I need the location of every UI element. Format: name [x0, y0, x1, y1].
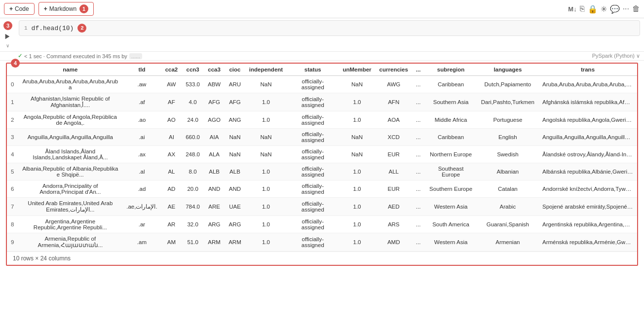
- cell-unmember: 1.0: [339, 111, 375, 129]
- cell-currencies: AOA: [376, 111, 412, 129]
- cell-code-text: df.head(10): [32, 25, 74, 32]
- cell-cioc: AND: [225, 180, 245, 198]
- cell-idx: 1: [7, 93, 18, 111]
- cell-ellipsis: ...: [412, 180, 425, 198]
- cell-independent: 1.0: [245, 93, 287, 111]
- cell-independent: NaN: [245, 129, 287, 146]
- cell-code-block: 1 df.head(10) 2: [19, 20, 640, 36]
- cell-cca3: AIA: [204, 129, 225, 146]
- run-button[interactable]: [2, 31, 13, 42]
- cell-name: Andorra,Principality of Andorra,Principa…: [18, 180, 122, 198]
- col-header-independent: independent: [245, 64, 287, 76]
- cell-tld: .ai: [122, 129, 161, 146]
- cell-cca3: ALA: [204, 146, 225, 163]
- cell-unmember: 1.0: [339, 216, 375, 233]
- cell-status: officially-assigned: [287, 198, 339, 216]
- cell-currencies: EUR: [376, 180, 412, 198]
- cell-controls: 3 ∨: [0, 18, 15, 51]
- cell-name: Albania,Republic of Albania,Republika e …: [18, 163, 122, 180]
- cell-tld: .ar: [122, 216, 161, 233]
- col-header-status: status: [287, 64, 339, 76]
- cell-cca3: AND: [204, 180, 225, 198]
- cell-languages: Catalan: [477, 180, 538, 198]
- cell-tld: .af: [122, 93, 161, 111]
- cell-trans: Aruba,Aruba,Aruba,Aruba,Aruba,Aruba,Arub…: [538, 76, 637, 93]
- table-row: 2 Angola,Republic of Angola,República de…: [7, 111, 637, 129]
- cell-ccn3: 20.0: [182, 180, 204, 198]
- toolbar-left: + Code + Markdown 1: [4, 2, 94, 16]
- cell-trans: Ålandské ostrovy,Ålandy,Åland-Inseln,Åla…: [538, 146, 637, 163]
- add-code-button[interactable]: + Code: [4, 3, 35, 15]
- check-icon: ✓: [18, 53, 22, 59]
- cell-idx: 0: [7, 76, 18, 93]
- cell-independent: 1.0: [245, 216, 287, 233]
- expand-button[interactable]: ∨: [6, 43, 9, 48]
- cell-languages: Armenian: [477, 233, 538, 252]
- col-header-ellipsis: ...: [412, 64, 425, 76]
- comment-icon[interactable]: 💬: [610, 4, 620, 14]
- cell-cca3: ALB: [204, 163, 225, 180]
- cell-cca2: AM: [161, 233, 182, 252]
- cell-ellipsis: ...: [412, 93, 425, 111]
- cell-subregion: Caribbean: [424, 129, 477, 146]
- cell-cca2: AD: [161, 180, 182, 198]
- output-section: 4 name tld cca2 ccn3 cca3 cioc independe…: [6, 63, 638, 266]
- cell-currencies: XCD: [376, 129, 412, 146]
- md-icon[interactable]: M↓: [568, 5, 576, 13]
- cell-unmember: 1.0: [339, 233, 375, 252]
- cell-idx: 9: [7, 233, 18, 252]
- cell-tld: .ao: [122, 111, 161, 129]
- more-icon[interactable]: ···: [623, 4, 629, 13]
- col-header-name: name: [18, 64, 122, 76]
- cell-independent: 1.0: [245, 180, 287, 198]
- add-markdown-button[interactable]: + Markdown 1: [38, 2, 94, 16]
- cell-languages: Swedish: [477, 146, 538, 163]
- col-header-cca3: cca3: [204, 64, 225, 76]
- lock-icon[interactable]: 🔒: [588, 4, 598, 14]
- table-row: 1 Afghanistan,Islamic Republic of Afghan…: [7, 93, 637, 111]
- cell-ellipsis: ...: [412, 129, 425, 146]
- cell-name: Åland Islands,Åland Islands,Landskapet Å…: [18, 146, 122, 163]
- cell-subregion: Caribbean: [424, 76, 477, 93]
- cell-cioc: NaN: [225, 129, 245, 146]
- col-header-subregion: subregion: [424, 64, 477, 76]
- cell-trans: Angolská republika,Angola,Gweriniaeth An…: [538, 111, 637, 129]
- asterisk-icon[interactable]: ✳: [601, 4, 607, 14]
- cell-trans: Argentinská republika,Argentina,Gwerin..…: [538, 216, 637, 233]
- executed-by: ......: [129, 53, 142, 59]
- cell-cca2: AI: [161, 129, 182, 146]
- cell-independent: NaN: [245, 146, 287, 163]
- table-header-row: name tld cca2 ccn3 cca3 cioc independent…: [7, 64, 637, 76]
- cell-subregion: Southeast Europe: [424, 163, 477, 180]
- cell-area: 3 ∨ 1 df.head(10) 2: [0, 18, 644, 52]
- cell-unmember: NaN: [339, 129, 375, 146]
- cell-ellipsis: ...: [412, 216, 425, 233]
- cell-currencies: ALL: [376, 163, 412, 180]
- col-header-currencies: currencies: [376, 64, 412, 76]
- cell-unmember: NaN: [339, 76, 375, 93]
- col-header-cca2: cca2: [161, 64, 182, 76]
- toolbar-right: M↓ ⎘ 🔒 ✳ 💬 ··· 🗑: [568, 4, 640, 14]
- cell-currencies: AMD: [376, 233, 412, 252]
- delete-icon[interactable]: 🗑: [632, 4, 640, 13]
- cell-cca2: AF: [161, 93, 182, 111]
- cell-languages: Dari,Pashto,Turkmen: [477, 93, 538, 111]
- col-header-languages: languages: [477, 64, 538, 76]
- row-count-label: 10 rows × 24 columns: [13, 255, 71, 262]
- cell-independent: 1.0: [245, 111, 287, 129]
- notebook-toolbar: + Code + Markdown 1 M↓ ⎘ 🔒 ✳ 💬 ··· 🗑: [0, 0, 644, 18]
- cell-status: officially-assigned: [287, 216, 339, 233]
- badge-1: 1: [79, 4, 88, 13]
- cell-name: Aruba,Aruba,Aruba,Aruba,Aruba,Aruba: [18, 76, 122, 93]
- table-row: 8 Argentina,Argentine Republic,Argentine…: [7, 216, 637, 233]
- cell-subregion: Southern Asia: [424, 93, 477, 111]
- cell-name: Armenia,Republic of Armenia,Հայաստան...: [18, 233, 122, 252]
- cell-status: officially-assigned: [287, 111, 339, 129]
- cell-subregion: Western Asia: [424, 233, 477, 252]
- cell-subregion: Southern Europe: [424, 180, 477, 198]
- cell-unmember: 1.0: [339, 163, 375, 180]
- cell-currencies: AFN: [376, 93, 412, 111]
- cell-ccn3: 660.0: [182, 129, 204, 146]
- copy-icon[interactable]: ⎘: [580, 4, 585, 13]
- cell-cioc: ARG: [225, 216, 245, 233]
